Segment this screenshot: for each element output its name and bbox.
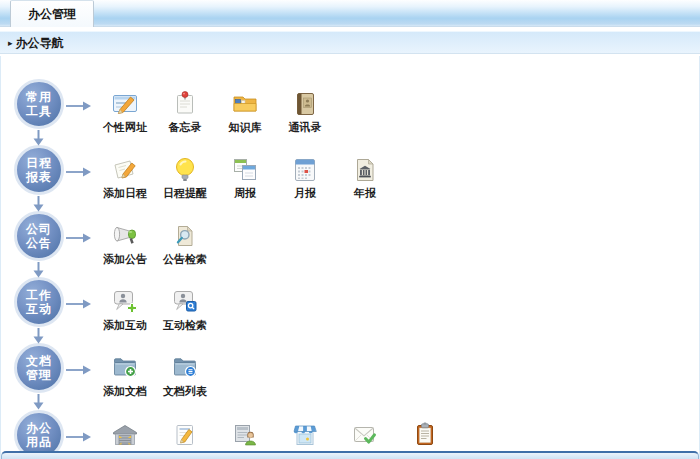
personal-url-icon	[111, 90, 139, 118]
down-arrow-icon	[32, 130, 45, 146]
nav-item[interactable]: 日程提醒	[155, 137, 215, 201]
category-label: 用品	[26, 435, 52, 449]
right-arrow-icon	[65, 362, 92, 374]
right-arrow-icon	[65, 296, 92, 308]
nav-item[interactable]: 周报	[215, 137, 275, 201]
nav-item[interactable]: 备忘录	[155, 71, 215, 135]
document-list-icon	[171, 354, 199, 382]
nav-item[interactable]: 通讯录	[275, 71, 335, 135]
nav-item-label: 年报	[354, 186, 376, 201]
nav-item[interactable]: 年报	[335, 137, 395, 201]
add-interaction-icon	[111, 288, 139, 316]
category-circle[interactable]: 公司公告	[14, 211, 64, 261]
collapsed-panel-bar[interactable]	[1, 451, 699, 459]
nav-item-label: 月报	[294, 186, 316, 201]
supplies-inbound-icon	[111, 421, 139, 449]
nav-item-label: 备忘录	[169, 120, 202, 135]
add-schedule-icon	[111, 156, 139, 184]
category-label: 工具	[26, 104, 52, 118]
nav-item[interactable]: 添加互动	[95, 269, 155, 333]
add-announcement-icon	[111, 222, 139, 250]
nav-row: 公司公告添加公告公告检索	[1, 203, 699, 269]
nav-item[interactable]: 公告检索	[155, 203, 215, 267]
category-label: 办公	[26, 421, 52, 435]
nav-item-label: 添加日程	[103, 186, 147, 201]
category-circle[interactable]: 常用工具	[14, 79, 64, 129]
category-label: 常用	[26, 90, 52, 104]
announcement-search-icon	[171, 222, 199, 250]
nav-item[interactable]: 知识库	[215, 71, 275, 135]
add-document-icon	[111, 354, 139, 382]
nav-item-label: 文档列表	[163, 384, 207, 399]
return-confirm-icon	[351, 421, 379, 449]
nav-item[interactable]: 添加文档	[95, 335, 155, 399]
supplies-approve-icon	[231, 421, 259, 449]
supplies-check-icon	[411, 421, 439, 449]
category-label: 日程	[26, 156, 52, 170]
nav-item-label: 日程提醒	[163, 186, 207, 201]
section-title: 办公导航	[16, 36, 64, 50]
supplies-apply-icon	[171, 421, 199, 449]
down-arrow-icon	[32, 328, 45, 344]
category-circle[interactable]: 日程报表	[14, 145, 64, 195]
right-arrow-icon	[65, 429, 92, 441]
category-circle[interactable]: 文档管理	[14, 343, 64, 393]
nav-item-label: 周报	[234, 186, 256, 201]
nav-items: 添加公告公告检索	[95, 203, 215, 267]
down-arrow-icon	[32, 394, 45, 410]
category-label: 管理	[26, 368, 52, 382]
nav-row: 工作互动添加互动互动检索	[1, 269, 699, 335]
schedule-reminder-icon	[171, 156, 199, 184]
nav-item-label: 知识库	[229, 120, 262, 135]
category-label: 报表	[26, 170, 52, 184]
weekly-report-icon	[231, 156, 259, 184]
category-label: 公司	[26, 222, 52, 236]
right-arrow-icon	[65, 164, 92, 176]
nav-item[interactable]: 互动检索	[155, 269, 215, 333]
section-bullet-icon: ▸	[8, 38, 13, 48]
supplies-return-icon	[291, 421, 319, 449]
nav-item[interactable]: 添加公告	[95, 203, 155, 267]
down-arrow-icon	[32, 196, 45, 212]
nav-item[interactable]: 文档列表	[155, 335, 215, 399]
interaction-search-icon	[171, 288, 199, 316]
category-circle[interactable]: 工作互动	[14, 277, 64, 327]
nav-items: 添加互动互动检索	[95, 269, 215, 333]
office-management-screen: 办公管理 ▸办公导航 常用工具个性网址备忘录知识库通讯录日程报表添加日程日程提醒…	[0, 0, 700, 459]
nav-items: 个性网址备忘录知识库通讯录	[95, 71, 335, 135]
nav-item-label: 通讯录	[289, 120, 322, 135]
nav-row: 日程报表添加日程日程提醒周报月报年报	[1, 137, 699, 203]
nav-item-label: 添加互动	[103, 318, 147, 333]
nav-items: 添加文档文档列表	[95, 335, 215, 399]
category-label: 公告	[26, 236, 52, 250]
knowledge-base-icon	[231, 90, 259, 118]
nav-item[interactable]: 月报	[275, 137, 335, 201]
tab-office-management[interactable]: 办公管理	[10, 0, 94, 27]
nav-item-label: 互动检索	[163, 318, 207, 333]
nav-item-label: 个性网址	[103, 120, 147, 135]
right-arrow-icon	[65, 98, 92, 110]
category-label: 互动	[26, 302, 52, 316]
nav-item-label: 添加文档	[103, 384, 147, 399]
right-arrow-icon	[65, 230, 92, 242]
annual-report-icon	[351, 156, 379, 184]
nav-items: 添加日程日程提醒周报月报年报	[95, 137, 395, 201]
nav-item-label: 添加公告	[103, 252, 147, 267]
tab-bar: 办公管理	[0, 0, 700, 27]
contacts-icon	[291, 90, 319, 118]
nav-item[interactable]: 个性网址	[95, 71, 155, 135]
memo-icon	[171, 90, 199, 118]
nav-row: 文档管理添加文档文档列表	[1, 335, 699, 401]
category-label: 工作	[26, 288, 52, 302]
nav-section-header[interactable]: ▸办公导航	[0, 31, 700, 54]
nav-content: 常用工具个性网址备忘录知识库通讯录日程报表添加日程日程提醒周报月报年报公司公告添…	[0, 56, 700, 459]
monthly-report-icon	[291, 156, 319, 184]
nav-item-label: 公告检索	[163, 252, 207, 267]
nav-row: 常用工具个性网址备忘录知识库通讯录	[1, 71, 699, 137]
nav-item[interactable]: 添加日程	[95, 137, 155, 201]
down-arrow-icon	[32, 262, 45, 278]
category-label: 文档	[26, 354, 52, 368]
